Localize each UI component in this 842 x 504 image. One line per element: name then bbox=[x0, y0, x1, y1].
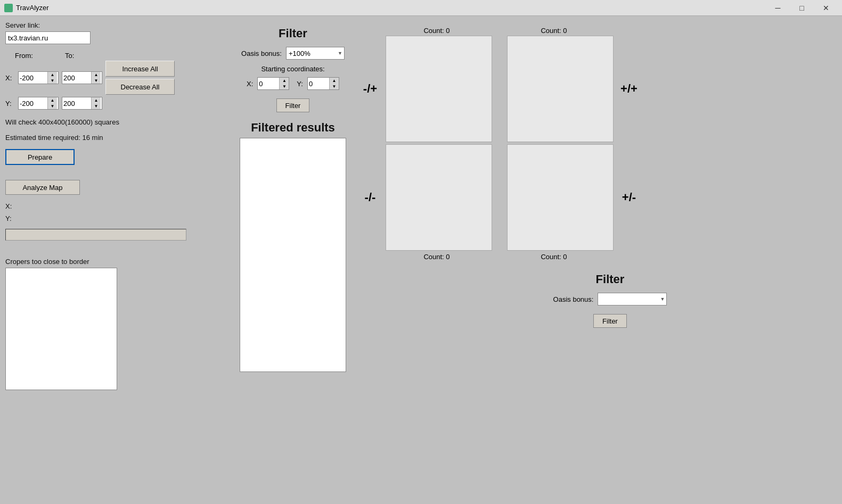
server-link-input[interactable] bbox=[5, 31, 91, 44]
x-result-label: X: bbox=[5, 202, 229, 210]
to-y-spin-buttons: ▲ ▼ bbox=[91, 97, 101, 109]
starting-coords-label: Starting coordinates: bbox=[261, 65, 324, 73]
from-y-spin-buttons: ▲ ▼ bbox=[47, 97, 57, 109]
filter-y-up[interactable]: ▲ bbox=[330, 78, 339, 84]
server-link-label: Server link: bbox=[5, 21, 229, 29]
lower-filter: Filter Oasis bonus: +100% +75% +50% Filt… bbox=[383, 272, 837, 328]
to-x-down-button[interactable]: ▼ bbox=[92, 78, 101, 84]
top-right-map bbox=[507, 36, 614, 142]
action-buttons: Increase All Decrease All bbox=[105, 61, 175, 95]
top-left-map bbox=[386, 36, 492, 142]
filter-x-input[interactable] bbox=[258, 78, 279, 89]
filter-x-down[interactable]: ▼ bbox=[280, 84, 289, 89]
app-body: Server link: From: To: X: ▲ ▼ bbox=[0, 16, 842, 504]
bottom-oasis-row: Oasis bonus: +100% +75% +50% bbox=[553, 293, 667, 305]
increase-all-button[interactable]: Increase All bbox=[105, 61, 175, 77]
filter-x-spin-buttons: ▲ ▼ bbox=[279, 78, 289, 89]
filter-y-spin-buttons: ▲ ▼ bbox=[329, 78, 339, 89]
y-result-label: Y: bbox=[5, 214, 229, 222]
top-left-label: -/+ bbox=[357, 82, 383, 96]
to-x-input[interactable] bbox=[62, 72, 91, 84]
from-x-input[interactable] bbox=[19, 72, 47, 84]
bottom-right-map bbox=[507, 144, 614, 251]
filter-x-spin[interactable]: ▲ ▼ bbox=[257, 77, 289, 90]
window-controls: ─ □ ✕ bbox=[766, 0, 838, 16]
will-check-text: Will check 400x400(160000) squares bbox=[5, 118, 229, 126]
to-y-input[interactable] bbox=[62, 97, 91, 109]
top-maps-row: -/+ +/+ bbox=[357, 36, 837, 142]
bottom-left-label: -/- bbox=[357, 191, 383, 204]
from-y-up-button[interactable]: ▲ bbox=[48, 97, 57, 103]
to-y-spin[interactable]: ▲ ▼ bbox=[62, 97, 102, 110]
progress-bar bbox=[5, 229, 186, 241]
app-title: TravAlyzer bbox=[16, 4, 766, 12]
bottom-oasis-label: Oasis bonus: bbox=[553, 295, 594, 303]
to-x-spin-buttons: ▲ ▼ bbox=[91, 72, 101, 84]
filter-bottom-title: Filter bbox=[596, 272, 625, 286]
from-x-up-button[interactable]: ▲ bbox=[48, 72, 57, 78]
title-bar: TravAlyzer ─ □ ✕ bbox=[0, 0, 842, 16]
bottom-count-row: Count: 0 Count: 0 bbox=[383, 253, 837, 261]
bottom-right-label: +/- bbox=[616, 191, 642, 204]
filter-top-title: Filter bbox=[279, 27, 307, 40]
to-label: To: bbox=[65, 52, 74, 60]
from-y-input[interactable] bbox=[19, 97, 47, 109]
from-x-spin[interactable]: ▲ ▼ bbox=[18, 71, 59, 84]
to-x-up-button[interactable]: ▲ bbox=[92, 72, 101, 78]
left-panel: Server link: From: To: X: ▲ ▼ bbox=[5, 21, 229, 499]
filter-x-label: X: bbox=[247, 80, 253, 88]
from-y-spin[interactable]: ▲ ▼ bbox=[18, 97, 59, 110]
x-label: X: bbox=[5, 74, 15, 82]
x-coords-row: X: ▲ ▼ ▲ ▼ Increase All bbox=[5, 61, 229, 95]
right-panel: Count: 0 Count: 0 -/+ +/+ -/- +/- bbox=[357, 21, 837, 499]
filter-y-down[interactable]: ▼ bbox=[330, 84, 339, 89]
filter-x-up[interactable]: ▲ bbox=[280, 78, 289, 84]
bottom-oasis-select-wrap: +100% +75% +50% bbox=[598, 293, 667, 305]
to-y-up-button[interactable]: ▲ bbox=[92, 97, 101, 103]
from-x-down-button[interactable]: ▼ bbox=[48, 78, 57, 84]
bottom-maps-row: -/- +/- bbox=[357, 144, 837, 251]
from-y-down-button[interactable]: ▼ bbox=[48, 103, 57, 109]
quadrants-wrapper: Count: 0 Count: 0 -/+ +/+ -/- +/- bbox=[357, 21, 837, 328]
decrease-all-button[interactable]: Decrease All bbox=[105, 79, 175, 95]
coords-section: From: To: X: ▲ ▼ ▲ ▼ bbox=[5, 52, 229, 112]
prepare-button[interactable]: Prepare bbox=[5, 149, 75, 165]
top-left-count: Count: 0 bbox=[383, 27, 490, 35]
app-icon bbox=[4, 4, 13, 12]
oasis-bonus-select-wrap: +100% +75% +50% +25% 0% bbox=[286, 47, 345, 60]
y-coords-row: Y: ▲ ▼ ▲ ▼ bbox=[5, 97, 229, 110]
bottom-oasis-select[interactable]: +100% +75% +50% bbox=[598, 293, 667, 305]
close-button[interactable]: ✕ bbox=[814, 0, 838, 16]
filter-y-input[interactable] bbox=[308, 78, 329, 89]
filtered-results-title: Filtered results bbox=[251, 121, 335, 135]
bottom-left-count: Count: 0 bbox=[383, 253, 490, 261]
oasis-bonus-label: Oasis bonus: bbox=[241, 49, 282, 57]
to-y-down-button[interactable]: ▼ bbox=[92, 103, 101, 109]
filter-y-label: Y: bbox=[297, 80, 303, 88]
to-x-spin[interactable]: ▲ ▼ bbox=[62, 71, 102, 84]
from-label: From: bbox=[15, 52, 33, 60]
croppers-list bbox=[5, 268, 117, 390]
oasis-bonus-select[interactable]: +100% +75% +50% +25% 0% bbox=[286, 47, 345, 60]
oasis-bonus-row: Oasis bonus: +100% +75% +50% +25% 0% bbox=[241, 47, 345, 60]
starting-coords-row: X: ▲ ▼ Y: ▲ ▼ bbox=[247, 77, 339, 90]
y-label: Y: bbox=[5, 100, 15, 108]
croppers-label: Cropers too close to border bbox=[5, 258, 229, 266]
from-x-spin-buttons: ▲ ▼ bbox=[47, 72, 57, 84]
filter-bottom-button[interactable]: Filter bbox=[593, 314, 627, 328]
filter-y-spin[interactable]: ▲ ▼ bbox=[307, 77, 339, 90]
minimize-button[interactable]: ─ bbox=[766, 0, 790, 16]
filter-top-button[interactable]: Filter bbox=[276, 98, 310, 112]
bottom-right-count: Count: 0 bbox=[501, 253, 607, 261]
top-count-row: Count: 0 Count: 0 bbox=[383, 27, 837, 35]
filtered-results-list bbox=[240, 138, 346, 372]
estimated-time-text: Estimated time required: 16 min bbox=[5, 134, 229, 142]
middle-panel: Filter Oasis bonus: +100% +75% +50% +25%… bbox=[234, 21, 351, 499]
bottom-left-map bbox=[386, 144, 492, 251]
top-right-label: +/+ bbox=[616, 82, 642, 96]
analyze-map-button[interactable]: Analyze Map bbox=[5, 180, 80, 195]
maximize-button[interactable]: □ bbox=[790, 0, 814, 16]
server-link-group: Server link: bbox=[5, 21, 229, 44]
top-right-count: Count: 0 bbox=[501, 27, 607, 35]
